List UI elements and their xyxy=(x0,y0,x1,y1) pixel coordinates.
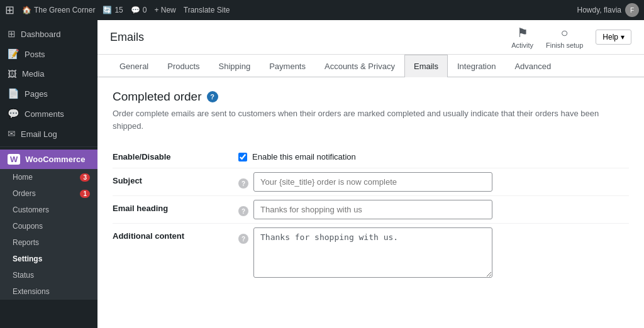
status-label: Status xyxy=(13,271,34,280)
help-button[interactable]: Help ▾ xyxy=(596,30,631,45)
additional-content-help-tip[interactable]: ? xyxy=(238,234,248,244)
sidebar-item-dashboard[interactable]: ⊞ Dashboard xyxy=(0,24,97,44)
sidebar-item-reports[interactable]: Reports xyxy=(0,234,97,251)
subject-input[interactable] xyxy=(253,172,492,192)
sidebar-item-posts[interactable]: 📝 Posts xyxy=(0,44,97,64)
content-header: Emails ⚑ Activity ○ Finish setup Help ▾ xyxy=(97,20,644,55)
field-cell-enable: Enable this email notification xyxy=(238,145,629,168)
tab-integration[interactable]: Integration xyxy=(448,55,505,77)
translate-label: Translate Site xyxy=(184,6,230,14)
settings-label: Settings xyxy=(13,254,42,263)
field-label-additional-content: Additional content xyxy=(113,224,238,282)
sidebar-item-home[interactable]: Home 3 xyxy=(0,169,97,185)
sidebar-item-settings[interactable]: Settings xyxy=(0,251,97,267)
help-label: Help xyxy=(602,33,618,41)
updates-count: 15 xyxy=(114,6,123,14)
subject-help-tip[interactable]: ? xyxy=(238,178,248,189)
updates-icon: 🔄 xyxy=(103,6,112,14)
sidebar-item-pages[interactable]: 📄 Pages xyxy=(0,84,97,104)
additional-content-textarea[interactable]: Thanks for shopping with us. xyxy=(253,227,492,278)
updates-link[interactable]: 🔄 15 xyxy=(103,6,123,14)
settings-tabs: General Products Shipping Payments Accou… xyxy=(97,55,644,77)
comments-icon: 💬 xyxy=(8,108,19,119)
section-description: Order complete emails are sent to custom… xyxy=(113,107,629,132)
sidebar-divider xyxy=(0,146,97,147)
comments-count: 0 xyxy=(143,6,147,14)
field-label-subject: Subject xyxy=(113,168,238,196)
table-row: Additional content ? Thanks for shopping… xyxy=(113,224,629,282)
enable-email-checkbox[interactable] xyxy=(238,153,247,161)
admin-bar: ⊞ 🏠 The Green Corner 🔄 15 💬 0 + New Tran… xyxy=(0,0,644,20)
page-title: Emails xyxy=(110,31,144,44)
activity-label: Activity xyxy=(511,41,533,49)
customers-label: Customers xyxy=(13,205,49,214)
sidebar-item-coupons[interactable]: Coupons xyxy=(0,218,97,234)
table-row: Email heading ? xyxy=(113,196,629,224)
woo-submenu: Home 3 Orders 1 Customers Coupons Report… xyxy=(0,169,97,300)
howdy-text: Howdy, flavia xyxy=(577,6,621,14)
extensions-label: Extensions xyxy=(13,287,50,296)
field-label-email-heading: Email heading xyxy=(113,196,238,224)
woo-label: WooCommerce xyxy=(25,155,85,164)
field-cell-additional-content: ? Thanks for shopping with us. xyxy=(238,224,629,282)
sidebar-item-status[interactable]: Status xyxy=(0,267,97,283)
main-content: Emails ⚑ Activity ○ Finish setup Help ▾ … xyxy=(97,20,644,328)
section-title-text: Completed order xyxy=(113,90,202,104)
woocommerce-header[interactable]: W WooCommerce xyxy=(0,150,97,169)
comments-icon: 💬 xyxy=(131,6,140,14)
activity-icon: ⚑ xyxy=(517,25,528,40)
sidebar-item-label: Media xyxy=(22,69,44,79)
finish-setup-label: Finish setup xyxy=(546,41,583,49)
sidebar-item-customers[interactable]: Customers xyxy=(0,202,97,218)
tab-payments[interactable]: Payments xyxy=(260,55,315,77)
sidebar-item-comments[interactable]: 💬 Comments xyxy=(0,104,97,124)
comments-link[interactable]: 💬 0 xyxy=(131,6,147,14)
finish-setup-button[interactable]: ○ Finish setup xyxy=(546,26,583,49)
orders-badge: 1 xyxy=(80,190,90,198)
reports-label: Reports xyxy=(13,238,39,247)
sidebar-item-email-log[interactable]: ✉ Email Log xyxy=(0,124,97,144)
tab-general[interactable]: General xyxy=(110,55,158,77)
sidebar-item-extensions[interactable]: Extensions xyxy=(0,283,97,300)
tab-products[interactable]: Products xyxy=(158,55,209,77)
translate-link[interactable]: Translate Site xyxy=(184,6,230,14)
tab-accounts-privacy[interactable]: Accounts & Privacy xyxy=(315,55,404,77)
sidebar-item-label: Pages xyxy=(25,89,48,99)
section-title: Completed order ? xyxy=(113,90,629,104)
finish-setup-icon: ○ xyxy=(561,26,569,40)
tab-advanced[interactable]: Advanced xyxy=(505,55,560,77)
site-name-link[interactable]: 🏠 The Green Corner xyxy=(22,6,95,14)
sidebar-item-label: Posts xyxy=(25,50,45,59)
wp-logo-icon[interactable]: ⊞ xyxy=(5,3,14,17)
email-heading-help-tip[interactable]: ? xyxy=(238,206,248,216)
sidebar: ⊞ Dashboard 📝 Posts 🖼 Media 📄 Pages 💬 Co… xyxy=(0,20,97,328)
chevron-down-icon: ▾ xyxy=(621,33,625,41)
sidebar-item-orders[interactable]: Orders 1 xyxy=(0,185,97,202)
email-form: Completed order ? Order complete emails … xyxy=(97,77,644,328)
table-row: Enable/Disable Enable this email notific… xyxy=(113,145,629,168)
enable-email-label: Enable this email notification xyxy=(252,152,356,161)
email-heading-input[interactable] xyxy=(253,200,492,219)
email-log-icon: ✉ xyxy=(8,128,16,139)
sidebar-item-label: Email Log xyxy=(21,129,57,139)
field-cell-subject: ? xyxy=(238,168,629,196)
info-icon[interactable]: ? xyxy=(207,91,218,102)
woo-icon: W xyxy=(8,154,20,165)
header-actions: ⚑ Activity ○ Finish setup Help ▾ xyxy=(511,25,631,49)
new-link[interactable]: + New xyxy=(154,6,175,14)
orders-label: Orders xyxy=(13,189,36,198)
tab-emails[interactable]: Emails xyxy=(404,55,448,77)
home-label: Home xyxy=(13,173,33,182)
sidebar-item-media[interactable]: 🖼 Media xyxy=(0,64,97,84)
dashboard-icon: ⊞ xyxy=(8,28,16,40)
site-name: The Green Corner xyxy=(34,6,95,14)
tab-shipping[interactable]: Shipping xyxy=(209,55,260,77)
pages-icon: 📄 xyxy=(8,88,19,99)
activity-button[interactable]: ⚑ Activity xyxy=(511,25,533,49)
avatar[interactable]: F xyxy=(625,3,639,17)
table-row: Subject ? xyxy=(113,168,629,196)
site-home-icon: 🏠 xyxy=(22,6,31,14)
sidebar-item-label: Comments xyxy=(25,109,64,119)
coupons-label: Coupons xyxy=(13,222,43,231)
enable-checkbox-row: Enable this email notification xyxy=(238,148,629,161)
